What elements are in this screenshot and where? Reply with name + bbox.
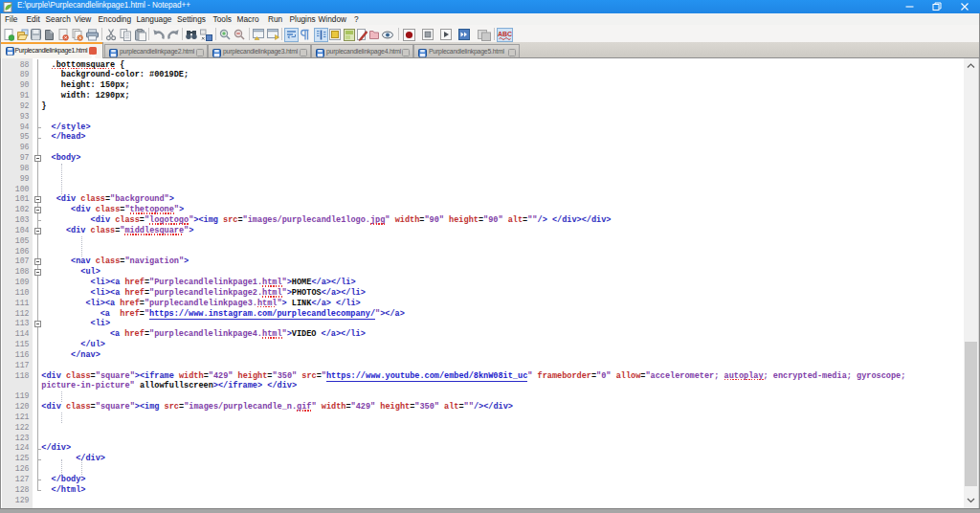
svg-text:ABC: ABC <box>497 31 511 37</box>
